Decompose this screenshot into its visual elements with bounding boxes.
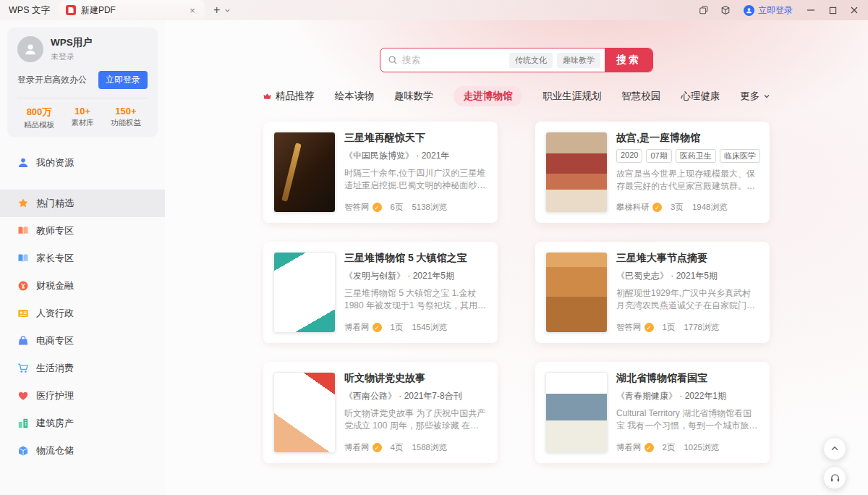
building-icon bbox=[17, 418, 29, 429]
avatar bbox=[17, 36, 43, 62]
sidebar-item-teachers[interactable]: 教师专区 bbox=[0, 217, 165, 245]
tab-fun-math[interactable]: 趣味数学 bbox=[394, 86, 433, 106]
titlebar: WPS 文字 新建PDF × + 立即登录 bbox=[0, 0, 868, 20]
card-pages: 2页 bbox=[663, 442, 676, 453]
card-views: 1545浏览 bbox=[412, 322, 447, 333]
sidebar-item-logistics[interactable]: 物流仓储 bbox=[0, 437, 165, 465]
search-input[interactable] bbox=[402, 55, 509, 65]
card-footer: 智答网 ✓ 6页 5138浏览 bbox=[344, 202, 488, 213]
sidebar-item-medical-care[interactable]: 医疗护理 bbox=[0, 382, 165, 410]
sidebar-menu: 我的资源 热门精选 教师专区 bbox=[0, 149, 165, 465]
card-source: 《巴蜀史志》 · 2021年5期 bbox=[616, 270, 760, 282]
card-hubei-museum[interactable]: 湖北省博物馆看国宝 《青春期健康》 · 2022年1期 Cultural Ter… bbox=[535, 362, 770, 463]
new-tab-menu-chevron-icon[interactable] bbox=[221, 7, 234, 14]
apps-box-icon[interactable] bbox=[715, 0, 736, 20]
card-sanxingdui-awakens[interactable]: 三星堆再醒惊天下 《中国民族博览》 · 2021年 时隔三十余年,位于四川广汉的… bbox=[263, 122, 498, 223]
card-sanxingdui-treasures[interactable]: 三星堆博物馆 5 大镇馆之宝 《发明与创新》 · 2021年5期 三星堆博物馆 … bbox=[263, 242, 498, 343]
user-avatar-icon bbox=[744, 5, 754, 16]
main-content: 传统文化 趣味教学 搜索 精品推荐 绘本读物 趣味数学 走进博物馆 职业生涯规划… bbox=[165, 20, 868, 495]
card-thumbnail bbox=[545, 252, 608, 333]
stat-privileges[interactable]: 150+ 功能权益 bbox=[104, 106, 148, 130]
card-title: 三星堆博物馆 5 大镇馆之宝 bbox=[344, 252, 488, 265]
sidebar-item-hr-admin[interactable]: 人资行政 bbox=[0, 300, 165, 327]
tab-picture-books[interactable]: 绘本读物 bbox=[335, 86, 374, 106]
close-tab-icon[interactable]: × bbox=[187, 5, 198, 16]
sidebar-item-construction[interactable]: 建筑房产 bbox=[0, 410, 165, 437]
box-icon bbox=[17, 445, 29, 457]
card-footer: 博看网 ✓ 4页 1588浏览 bbox=[344, 442, 488, 453]
card-views: 1948浏览 bbox=[692, 202, 728, 213]
card-title: 听文物讲党史故事 bbox=[344, 372, 488, 385]
card-views: 5138浏览 bbox=[412, 202, 447, 213]
card-description: 三星堆博物馆 5 大镇馆之宝 1.金杖 1980 年被发现于1 号祭祀坑，其用途… bbox=[344, 287, 488, 313]
verified-check-icon: ✓ bbox=[652, 203, 662, 212]
card-publisher: 智答网 bbox=[616, 322, 642, 333]
tab-smart-campus[interactable]: 智慧校园 bbox=[621, 86, 660, 106]
card-views: 1588浏览 bbox=[412, 442, 447, 453]
card-footer: 攀梯科研 ✓ 3页 1948浏览 bbox=[616, 202, 760, 213]
user-status: 未登录 bbox=[51, 51, 93, 62]
search-icon bbox=[388, 55, 398, 65]
titlebar-login-label: 立即登录 bbox=[758, 4, 793, 17]
card-thumbnail bbox=[273, 252, 336, 333]
document-tab[interactable]: 新建PDF × bbox=[59, 0, 205, 20]
card-party-history-relics[interactable]: 听文物讲党史故事 《西南公路》 · 2021年7-8合刊 听文物讲党史故事 为了… bbox=[263, 362, 498, 463]
tab-more[interactable]: 更多 bbox=[740, 86, 770, 106]
card-thumbnail bbox=[273, 372, 336, 453]
sidebar-item-life-consumption[interactable]: 生活消费 bbox=[0, 355, 165, 382]
document-tab-label: 新建PDF bbox=[81, 4, 116, 17]
card-source: 《发明与创新》 · 2021年5期 bbox=[344, 270, 488, 282]
parent-book-icon bbox=[17, 253, 29, 264]
verified-check-icon: ✓ bbox=[373, 443, 382, 452]
app-menu-tab[interactable]: WPS 文字 bbox=[0, 0, 59, 20]
verified-check-icon: ✓ bbox=[373, 323, 382, 332]
back-to-top-button[interactable] bbox=[823, 437, 846, 460]
shopping-bag-icon bbox=[17, 335, 29, 347]
card-tag: 2020 bbox=[616, 149, 642, 163]
chevron-up-icon bbox=[830, 444, 840, 454]
card-gugong-museum[interactable]: 故宫,是一座博物馆 2020 07期 医药卫生 临床医学 故宫是当今世界上现存规… bbox=[535, 122, 770, 223]
search-tag-fun-teaching[interactable]: 趣味教学 bbox=[557, 53, 600, 68]
wps-window: WPS 文字 新建PDF × + 立即登录 bbox=[0, 0, 868, 495]
star-badge-icon bbox=[17, 198, 29, 209]
search-button[interactable]: 搜索 bbox=[605, 48, 652, 72]
sidebar-item-hot-picks[interactable]: 热门精选 bbox=[0, 190, 165, 217]
card-tag: 07期 bbox=[646, 149, 671, 163]
customer-service-button[interactable] bbox=[823, 466, 846, 489]
card-footer: 博看网 ✓ 2页 1025浏览 bbox=[616, 442, 760, 453]
close-window-button[interactable] bbox=[843, 0, 865, 20]
stat-templates[interactable]: 800万 精品模板 bbox=[17, 106, 61, 130]
card-pages: 3页 bbox=[671, 202, 684, 213]
card-source: 《中国民族博览》 · 2021年 bbox=[344, 150, 488, 162]
sidebar-item-ecommerce[interactable]: 电商专区 bbox=[0, 327, 165, 355]
user-name: WPS用户 bbox=[51, 36, 93, 49]
titlebar-login-button[interactable]: 立即登录 bbox=[736, 4, 800, 17]
card-views: 1025浏览 bbox=[684, 442, 719, 453]
pdf-file-icon bbox=[65, 4, 77, 16]
maximize-button[interactable] bbox=[822, 0, 843, 20]
tab-career-planning[interactable]: 职业生涯规划 bbox=[542, 86, 601, 106]
card-pages: 4页 bbox=[391, 442, 404, 453]
new-tab-button[interactable]: + bbox=[205, 4, 221, 17]
tab-mental-health[interactable]: 心理健康 bbox=[681, 86, 720, 106]
switch-window-icon[interactable] bbox=[693, 0, 715, 20]
crown-icon bbox=[263, 92, 272, 101]
card-sanxingdui-timeline[interactable]: 三星堆大事节点摘要 《巴蜀史志》 · 2021年5期 初醒现世1929年,广汉中… bbox=[535, 242, 770, 343]
stat-assets[interactable]: 10+ 素材库 bbox=[61, 106, 104, 130]
card-description: Cultural Territory 湖北省博物馆看国宝 我有一个习惯，每到一个… bbox=[616, 407, 760, 433]
card-footer: 博看网 ✓ 1页 1545浏览 bbox=[344, 322, 488, 333]
minimize-button[interactable] bbox=[800, 0, 822, 20]
sidebar-item-finance[interactable]: 财税金融 bbox=[0, 272, 165, 300]
card-description: 时隔三十余年,位于四川广汉的三星堆遗址重启挖掘.巴蜀文明的神秘面纱又... bbox=[344, 167, 488, 192]
id-card-icon bbox=[17, 308, 29, 319]
app-menu-label: WPS 文字 bbox=[9, 4, 50, 17]
card-description: 听文物讲党史故事 为了庆祝中国共产党成立 100 周年，那些被珍藏 在各地... bbox=[344, 407, 488, 433]
sidebar-item-parents[interactable]: 家长专区 bbox=[0, 245, 165, 272]
search-tag-traditional-culture[interactable]: 传统文化 bbox=[509, 53, 553, 68]
sidebar-item-my-resources[interactable]: 我的资源 bbox=[0, 149, 165, 177]
tab-museum[interactable]: 走进博物馆 bbox=[454, 86, 523, 106]
card-grid: 三星堆再醒惊天下 《中国民族博览》 · 2021年 时隔三十余年,位于四川广汉的… bbox=[263, 122, 770, 463]
tab-featured[interactable]: 精品推荐 bbox=[263, 86, 315, 106]
teacher-book-icon bbox=[17, 225, 29, 237]
sidebar-login-button[interactable]: 立即登录 bbox=[98, 71, 148, 89]
